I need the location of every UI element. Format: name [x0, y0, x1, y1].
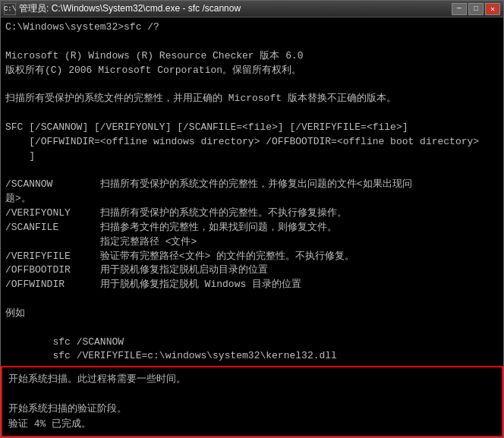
window-icon: C:\ [4, 3, 16, 15]
console-line: /SCANFILE 扫描参考文件的完整性，如果找到问题，则修复文件。 [5, 221, 499, 235]
console-line: [/OFFWINDIR=<offline windows directory> … [5, 135, 499, 150]
console-line: Microsoft (R) Windows (R) Resource Check… [5, 49, 499, 64]
console-line: sfc /VERIFYFILE=c:\windows\system32\kern… [5, 349, 499, 364]
highlight-box: 开始系统扫描。此过程将需要一些时间。 开始系统扫描的验证阶段。验证 4% 已完成… [1, 366, 503, 437]
console-line: 题>。 [5, 192, 499, 206]
title-bar-buttons: ─ □ ✕ [452, 3, 500, 15]
console-body: C:\Windows\system32>sfc /? Microsoft (R)… [1, 17, 503, 437]
highlight-line: 验证 4% 已完成。 [8, 417, 496, 432]
console-line [5, 292, 499, 307]
console-line: 扫描所有受保护的系统文件的完整性，并用正确的 Microsoft 版本替换不正确… [5, 92, 499, 106]
console-line: SFC [/SCANNOW] [/VERIFYONLY] [/SCANFILE=… [5, 121, 499, 135]
console-line: 指定完整路径 <文件> [5, 235, 499, 250]
console-line [5, 163, 499, 178]
console-line: sfc /SCANNOW [5, 336, 499, 350]
title-bar: C:\ 管理员: C:\Windows\System32\cmd.exe - s… [1, 1, 503, 17]
console-line: /VERIFYFILE 验证带有完整路径<文件> 的文件的完整性。不执行修复。 [5, 250, 499, 264]
highlight-output: 开始系统扫描。此过程将需要一些时间。 开始系统扫描的验证阶段。验证 4% 已完成… [8, 372, 496, 431]
console-line: /VERIFYONLY 扫描所有受保护的系统文件的完整性。不执行修复操作。 [5, 206, 499, 221]
console-line [5, 77, 499, 92]
maximize-button[interactable]: □ [468, 3, 484, 15]
console-line: /SCANNOW 扫描所有受保护的系统文件的完整性，并修复出问题的文件<如果出现… [5, 178, 499, 192]
minimize-button[interactable]: ─ [452, 3, 467, 15]
console-line: ] [5, 150, 499, 164]
cmd-window: C:\ 管理员: C:\Windows\System32\cmd.exe - s… [0, 0, 504, 438]
console-line [5, 321, 499, 336]
highlight-line [8, 387, 496, 402]
console-line: C:\Windows\system32>sfc /? [5, 20, 499, 35]
title-bar-text: 管理员: C:\Windows\System32\cmd.exe - sfc /… [19, 2, 452, 15]
console-line [5, 106, 499, 121]
highlight-line: 开始系统扫描的验证阶段。 [8, 402, 496, 417]
console-line: 例如 [5, 307, 499, 321]
console-line [5, 35, 499, 49]
console-line: 版权所有(C) 2006 Microsoft Corporation。保留所有权… [5, 64, 499, 78]
console-line: /OFFWINDIR 用于脱机修复指定脱机 Windows 目录的位置 [5, 278, 499, 292]
close-button[interactable]: ✕ [485, 3, 500, 15]
highlight-line: 开始系统扫描。此过程将需要一些时间。 [8, 372, 496, 387]
console-line: /OFFBOOTDIR 用于脱机修复指定脱机启动目录的位置 [5, 263, 499, 278]
